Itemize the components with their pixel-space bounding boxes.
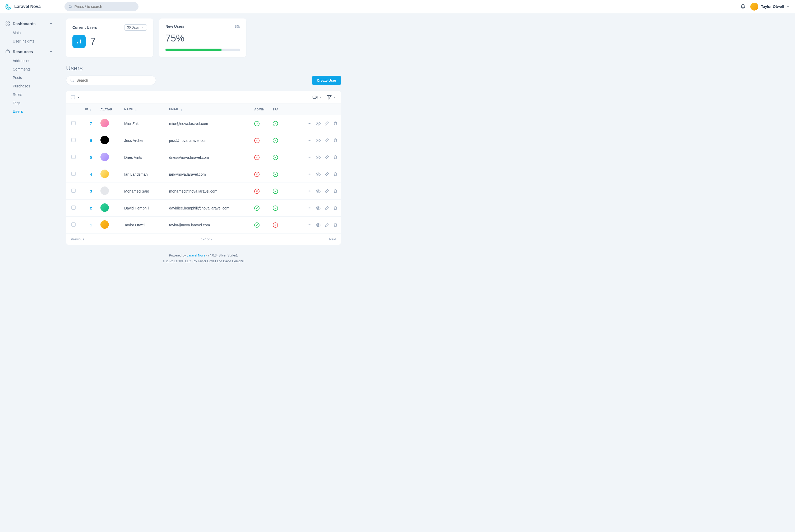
trash-icon[interactable] <box>333 138 338 143</box>
table-row: 1 Taylor Otwell taylor@nova.laravel.com <box>66 216 341 233</box>
trash-icon[interactable] <box>333 121 338 126</box>
user-menu[interactable]: Taylor Otwell <box>750 3 790 11</box>
trash-icon[interactable] <box>333 206 338 211</box>
progress-bar <box>165 49 240 51</box>
bell-icon[interactable] <box>740 4 745 9</box>
sidebar-item-purchases[interactable]: Purchases <box>2 82 56 90</box>
cell-admin <box>251 183 270 200</box>
svg-point-32 <box>308 224 309 225</box>
svg-rect-7 <box>313 96 316 98</box>
eye-icon[interactable] <box>316 121 321 126</box>
id-link[interactable]: 4 <box>90 172 92 176</box>
cell-email: mohamed@nova.laravel.com <box>166 183 251 200</box>
chevron-down-icon[interactable] <box>77 95 80 99</box>
col-id[interactable]: ID▲▼ <box>79 104 97 115</box>
svg-point-27 <box>318 190 319 192</box>
sidebar-item-comments[interactable]: Comments <box>2 65 56 73</box>
id-link[interactable]: 3 <box>90 189 92 193</box>
search-icon <box>70 78 74 82</box>
cell-name: Mior Zaki <box>121 115 166 132</box>
cell-admin <box>251 115 270 132</box>
svg-rect-1 <box>6 22 7 23</box>
eye-icon[interactable] <box>316 206 321 211</box>
table-row: 5 Dries Vints dries@nova.laravel.com <box>66 149 341 166</box>
prev-page[interactable]: Previous <box>71 237 84 241</box>
row-actions <box>291 206 338 211</box>
sort-icon: ▲▼ <box>135 109 137 111</box>
more-icon[interactable] <box>307 121 312 126</box>
create-user-button[interactable]: Create User <box>312 76 341 85</box>
nav-heading-resources[interactable]: Resources <box>2 46 56 57</box>
logo[interactable]: Laravel Nova <box>5 3 41 10</box>
page-title: Users <box>66 64 341 72</box>
eye-icon[interactable] <box>316 172 321 177</box>
eye-icon[interactable] <box>316 223 321 228</box>
id-link[interactable]: 6 <box>90 138 92 142</box>
filter-dropdown[interactable] <box>327 95 336 100</box>
next-page[interactable]: Next <box>329 237 336 241</box>
row-checkbox[interactable] <box>71 206 76 210</box>
id-link[interactable]: 1 <box>90 223 92 227</box>
eye-icon[interactable] <box>316 189 321 194</box>
filter-icon <box>327 95 332 100</box>
more-icon[interactable] <box>307 206 312 211</box>
edit-icon[interactable] <box>325 223 329 228</box>
cell-name: Taylor Otwell <box>121 216 166 233</box>
cell-email: dries@nova.laravel.com <box>166 149 251 166</box>
sidebar-item-tags[interactable]: Tags <box>2 99 56 107</box>
sidebar-item-roles[interactable]: Roles <box>2 90 56 99</box>
trash-icon[interactable] <box>333 172 338 177</box>
edit-icon[interactable] <box>325 206 329 211</box>
global-search-input[interactable] <box>75 4 135 9</box>
eye-icon[interactable] <box>316 138 321 143</box>
avatar <box>100 220 109 229</box>
more-icon[interactable] <box>307 223 312 228</box>
search-users-input[interactable] <box>76 78 152 82</box>
trash-icon[interactable] <box>333 223 338 228</box>
more-icon[interactable] <box>307 138 312 143</box>
eye-icon[interactable] <box>316 155 321 160</box>
id-link[interactable]: 7 <box>90 121 92 126</box>
sidebar-item-posts[interactable]: Posts <box>2 73 56 82</box>
sidebar-item-addresses[interactable]: Addresses <box>2 57 56 65</box>
sidebar-item-user-insights[interactable]: User Insights <box>2 37 56 45</box>
header: Laravel Nova Taylor Otwell <box>0 0 795 13</box>
edit-icon[interactable] <box>325 172 329 177</box>
sidebar-item-main[interactable]: Main <box>2 28 56 37</box>
nav-heading-dashboards[interactable]: Dashboards <box>2 18 56 28</box>
col-name[interactable]: NAME▲▼ <box>121 104 166 115</box>
trash-icon[interactable] <box>333 189 338 194</box>
edit-icon[interactable] <box>325 155 329 160</box>
select-all-checkbox[interactable] <box>71 95 75 99</box>
edit-icon[interactable] <box>325 138 329 143</box>
edit-icon[interactable] <box>325 121 329 126</box>
avatar <box>100 153 109 161</box>
footer-nova-link[interactable]: Laravel Nova <box>187 253 205 257</box>
cell-2fa <box>270 115 288 132</box>
more-icon[interactable] <box>307 172 312 177</box>
lens-dropdown[interactable] <box>312 95 322 100</box>
global-search[interactable] <box>64 2 138 11</box>
svg-point-13 <box>309 140 310 140</box>
row-checkbox[interactable] <box>71 138 76 142</box>
row-checkbox[interactable] <box>71 155 76 159</box>
card-title: New Users <box>165 24 184 28</box>
sidebar-item-users[interactable]: Users <box>2 107 56 116</box>
row-checkbox[interactable] <box>71 189 76 193</box>
id-link[interactable]: 2 <box>90 206 92 210</box>
trash-icon[interactable] <box>333 155 338 160</box>
search-users[interactable] <box>66 76 156 85</box>
row-checkbox[interactable] <box>71 223 76 227</box>
main-content: Current Users 30 Days 7 New Users 15k <box>58 0 349 532</box>
row-checkbox[interactable] <box>71 172 76 176</box>
col-email[interactable]: EMAIL▲▼ <box>166 104 251 115</box>
period-select[interactable]: 30 Days <box>124 24 147 31</box>
row-checkbox[interactable] <box>71 121 76 125</box>
svg-point-18 <box>311 157 311 157</box>
page-info: 1-7 of 7 <box>201 237 212 241</box>
more-icon[interactable] <box>307 155 312 160</box>
id-link[interactable]: 5 <box>90 155 92 159</box>
chevron-down-icon <box>49 22 53 25</box>
edit-icon[interactable] <box>325 189 329 194</box>
more-icon[interactable] <box>307 189 312 194</box>
